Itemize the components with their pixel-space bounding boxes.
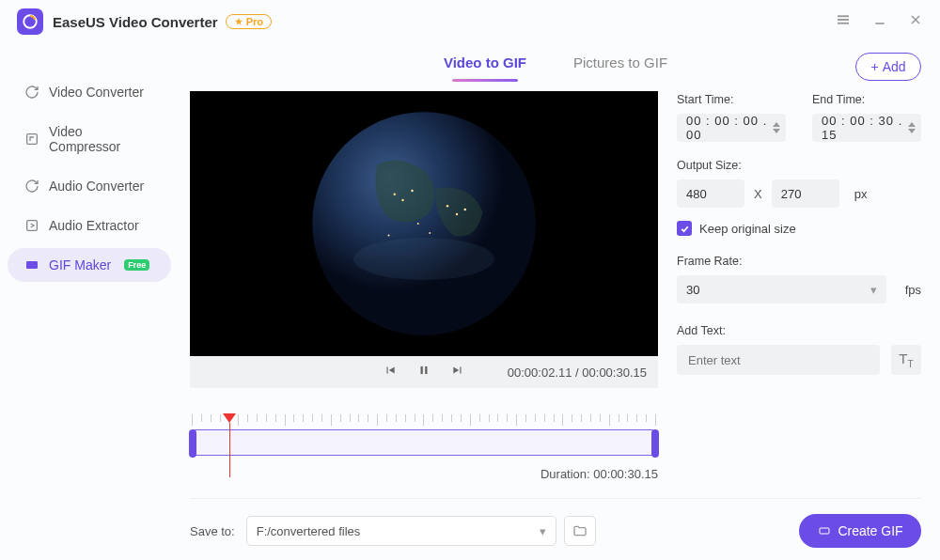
app-logo: [17, 8, 43, 35]
svg-point-12: [401, 199, 404, 202]
gif-icon: [817, 525, 832, 537]
svg-point-18: [429, 232, 431, 234]
chevron-down-icon: ▾: [540, 524, 546, 538]
video-preview: [190, 91, 658, 356]
timeline[interactable]: Duration: 00:00:30.15: [190, 414, 658, 481]
svg-point-13: [411, 190, 414, 193]
pause-icon[interactable]: [417, 364, 431, 381]
svg-rect-7: [27, 134, 38, 145]
svg-point-10: [312, 112, 536, 335]
tab-pictures-to-gif[interactable]: Pictures to GIF: [573, 54, 667, 82]
save-path-select[interactable]: F:/convertered files ▾: [246, 516, 556, 546]
sidebar-item-audio-converter[interactable]: Audio Converter: [8, 169, 171, 203]
output-size-label: Output Size:: [677, 159, 921, 172]
text-icon: TT: [899, 350, 913, 369]
svg-point-14: [446, 205, 449, 208]
svg-point-19: [388, 235, 390, 237]
end-time-label: End Time:: [812, 93, 921, 106]
chevron-down-icon: ▾: [870, 283, 877, 297]
svg-point-11: [394, 194, 397, 196]
svg-point-20: [353, 238, 494, 280]
browse-folder-button[interactable]: [564, 516, 596, 546]
plus-icon: +: [870, 59, 878, 74]
sidebar-item-audio-extractor[interactable]: Audio Extractor: [8, 209, 171, 242]
tab-video-to-gif[interactable]: Video to GIF: [444, 54, 526, 82]
keep-original-checkbox[interactable]: [677, 221, 692, 236]
playhead[interactable]: [228, 413, 236, 477]
end-time-input[interactable]: 00 : 00 : 30 . 15: [812, 114, 921, 142]
addtext-label: Add Text:: [677, 324, 921, 337]
refresh-icon: [24, 85, 39, 100]
svg-point-15: [456, 213, 459, 216]
svg-point-17: [417, 223, 419, 225]
end-time-stepper[interactable]: [908, 122, 916, 133]
player-controls: 00:00:02.11 / 00:00:30.15: [190, 356, 658, 388]
svg-rect-8: [27, 221, 38, 231]
framerate-select[interactable]: 30 ▾: [677, 275, 886, 303]
menu-icon[interactable]: [835, 11, 852, 32]
save-to-label: Save to:: [190, 524, 235, 538]
prev-icon[interactable]: [384, 364, 397, 381]
add-button[interactable]: +Add: [855, 53, 921, 81]
compress-icon: [24, 132, 39, 147]
sidebar-item-video-compressor[interactable]: Video Compressor: [8, 115, 171, 163]
svg-rect-21: [421, 366, 423, 374]
sidebar: Video Converter Video Compressor Audio C…: [0, 43, 179, 560]
free-badge: Free: [124, 259, 149, 271]
create-gif-button[interactable]: Create GIF: [799, 514, 921, 548]
width-input[interactable]: [677, 179, 744, 208]
close-icon[interactable]: [908, 12, 923, 31]
minimize-icon[interactable]: [872, 12, 887, 31]
range-handle-right[interactable]: [651, 429, 659, 458]
start-time-stepper[interactable]: [773, 122, 780, 133]
height-input[interactable]: [772, 179, 839, 208]
extract-icon: [24, 218, 39, 233]
sidebar-item-gif-maker[interactable]: GIF Maker Free: [8, 248, 171, 282]
addtext-input[interactable]: [677, 345, 880, 375]
pro-badge: Pro: [226, 14, 272, 29]
duration-display: Duration: 00:00:30.15: [190, 467, 658, 481]
start-time-label: Start Time:: [677, 93, 786, 106]
time-display: 00:00:02.11 / 00:00:30.15: [508, 366, 647, 380]
folder-icon: [572, 523, 588, 538]
svg-rect-9: [26, 261, 38, 269]
keep-original-label: Keep original size: [699, 222, 796, 236]
svg-rect-23: [820, 528, 829, 534]
text-style-button[interactable]: TT: [891, 345, 921, 375]
app-title: EaseUS Video Converter: [53, 14, 218, 30]
next-icon[interactable]: [451, 364, 464, 381]
sidebar-item-video-converter[interactable]: Video Converter: [8, 75, 171, 109]
audio-refresh-icon: [24, 179, 39, 194]
range-selector[interactable]: [190, 429, 658, 456]
svg-rect-22: [425, 366, 427, 374]
svg-point-16: [464, 209, 467, 211]
range-handle-left[interactable]: [189, 429, 196, 458]
gif-icon: [24, 257, 39, 272]
framerate-label: Frame Rate:: [677, 255, 921, 268]
start-time-input[interactable]: 00 : 00 : 00 . 00: [677, 114, 786, 142]
